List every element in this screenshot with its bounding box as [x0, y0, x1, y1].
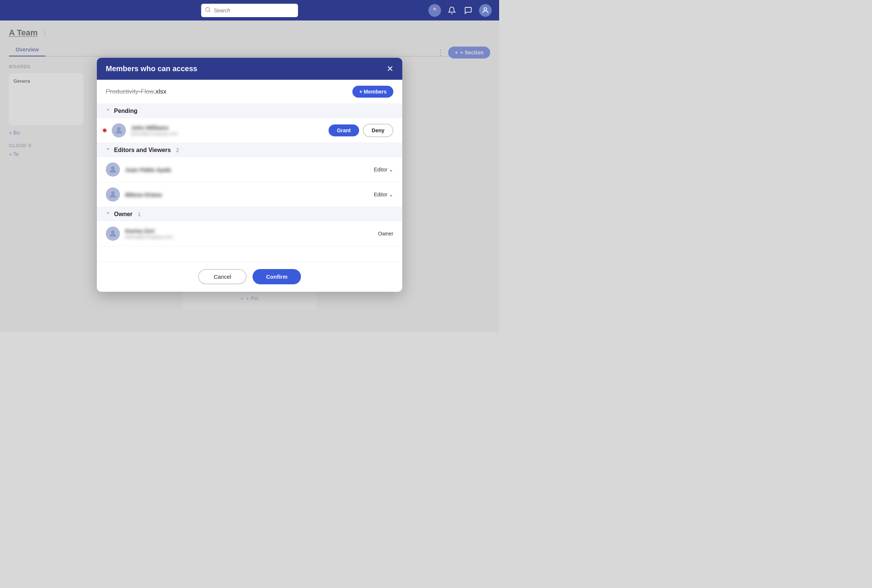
message-icon[interactable] [463, 5, 474, 16]
file-name-ext: .xlsx [153, 88, 166, 95]
editor1-member-row: Juan Pablo Ayala Editor ⌄ [97, 157, 402, 182]
modal-title: Members who can access [106, 64, 198, 73]
modal-header: Members who can access ✕ [97, 58, 402, 80]
cancel-button[interactable]: Cancel [198, 269, 247, 284]
editor2-info: Milena Oriana [125, 192, 369, 198]
file-name: Productivity-Flow.xlsx [106, 88, 166, 95]
svg-point-6 [111, 192, 114, 195]
avatar-special[interactable] [429, 4, 441, 17]
file-row: Productivity-Flow.xlsx + Members [97, 80, 402, 104]
owner-name: Karina Zori [125, 228, 373, 234]
pending-dot [103, 129, 106, 132]
search-bar[interactable] [201, 4, 298, 17]
svg-point-4 [117, 128, 120, 130]
owner-section-count: 1 [138, 211, 141, 217]
owner-role: Owner [378, 231, 393, 237]
owner-section-title: Owner [114, 211, 133, 218]
editors-section-title: Editors and Viewers [114, 147, 171, 153]
pending-member-info: John Williams johne@company.com [131, 124, 323, 136]
owner-email: karina@company.com [125, 234, 373, 240]
editor1-info: Juan Pablo Ayala [125, 166, 369, 173]
modal-body: Productivity-Flow.xlsx + Members ⌃ Pendi… [97, 80, 402, 261]
svg-point-7 [111, 231, 114, 234]
pending-section-title: Pending [114, 108, 138, 114]
deny-button[interactable]: Deny [363, 124, 393, 137]
main-area: A Team ⋮ Overview BOARDS Genera + Bo CLO… [0, 21, 499, 332]
svg-point-0 [205, 8, 210, 12]
editors-section-header: ⌃ Editors and Viewers 2 [97, 143, 402, 157]
nav-right [429, 4, 492, 17]
editor2-name: Milena Oriana [125, 192, 369, 198]
owner-avatar [106, 226, 120, 241]
add-members-button[interactable]: + Members [352, 86, 393, 98]
editor1-role[interactable]: Editor ⌄ [374, 166, 393, 172]
svg-point-5 [111, 166, 114, 170]
editor2-member-row: Milena Oriana Editor ⌄ [97, 182, 402, 207]
svg-point-2 [433, 8, 436, 10]
editor1-chevron-icon: ⌄ [389, 166, 393, 172]
user-avatar[interactable] [479, 4, 492, 17]
owner-chevron-icon[interactable]: ⌃ [106, 211, 110, 217]
member-avatar-pending [112, 123, 126, 138]
editor1-avatar [106, 162, 120, 177]
owner-member-row: Karina Zori karina@company.com Owner [97, 221, 402, 246]
modal-spacer [97, 246, 402, 261]
owner-info: Karina Zori karina@company.com [125, 228, 373, 240]
svg-line-1 [209, 11, 210, 12]
pending-member-email: johne@company.com [131, 131, 323, 136]
file-name-strikethrough: Productivity-Flow [106, 88, 153, 95]
pending-chevron-icon[interactable]: ⌃ [106, 108, 110, 114]
editor2-avatar [106, 188, 120, 202]
editor1-name: Juan Pablo Ayala [125, 166, 369, 173]
pending-member-row: John Williams johne@company.com Grant De… [97, 118, 402, 143]
editors-chevron-icon[interactable]: ⌃ [106, 147, 110, 153]
pending-member-actions: Grant Deny [328, 124, 393, 137]
editors-section-count: 2 [176, 147, 179, 153]
modal-footer: Cancel Confirm [97, 261, 402, 292]
pending-section-header: ⌃ Pending [97, 104, 402, 118]
notification-icon[interactable] [446, 5, 457, 16]
search-input[interactable] [214, 8, 294, 14]
owner-section-header: ⌃ Owner 1 [97, 207, 402, 221]
top-nav [0, 0, 499, 21]
add-members-label: + Members [359, 88, 387, 94]
access-modal: Members who can access ✕ Productivity-Fl… [97, 58, 402, 292]
grant-button[interactable]: Grant [328, 124, 359, 136]
search-icon [205, 7, 211, 14]
pending-member-name: John Williams [131, 124, 323, 131]
confirm-button[interactable]: Confirm [253, 269, 301, 284]
modal-close-button[interactable]: ✕ [387, 65, 393, 73]
svg-point-3 [484, 8, 487, 10]
editor2-chevron-icon: ⌄ [389, 192, 393, 198]
editor2-role[interactable]: Editor ⌄ [374, 192, 393, 198]
